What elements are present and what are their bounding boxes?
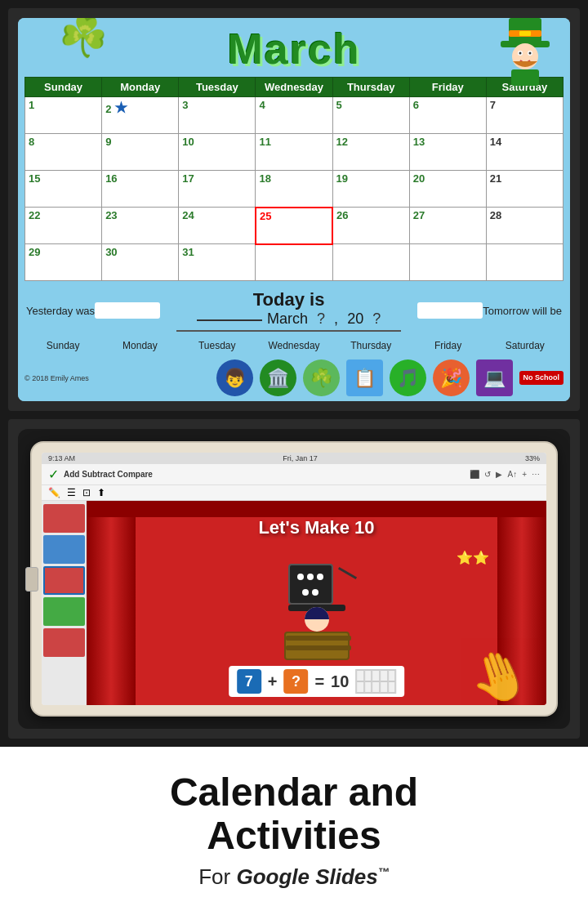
yesterday-label: Yesterday was <box>26 305 95 317</box>
calendar-cell[interactable]: 15 <box>25 171 102 208</box>
calendar-cell[interactable] <box>332 244 409 281</box>
toolbar-btn-5[interactable]: + <box>522 470 527 479</box>
calendar-cell[interactable]: 6 <box>409 97 486 134</box>
toolbar-btn-2[interactable]: ↺ <box>484 470 491 479</box>
hat <box>288 564 333 605</box>
grid-cell <box>372 670 381 681</box>
pencil-icon[interactable]: ✏️ <box>48 487 60 498</box>
calendar-cell[interactable]: 23 <box>102 208 179 244</box>
trademark-symbol: ™ <box>378 865 390 878</box>
calendar-cell[interactable]: 27 <box>409 208 486 244</box>
calendar-cell[interactable]: 12 <box>332 134 409 171</box>
today-title: Today is <box>160 289 417 310</box>
calendar-cell[interactable]: 25 <box>256 208 332 244</box>
list-icon[interactable]: ☰ <box>67 487 76 498</box>
calendar-cell[interactable]: 20 <box>409 171 486 208</box>
calendar-cell[interactable]: 29 <box>25 244 102 281</box>
svg-rect-9 <box>511 69 539 86</box>
calendar-cell[interactable]: 16 <box>102 171 179 208</box>
slide-title: Let's Make 10 <box>258 517 374 538</box>
crop-icon[interactable]: ⊡ <box>82 487 91 498</box>
calendar-cell[interactable]: 17 <box>179 171 256 208</box>
calendar-cell[interactable]: 2★ <box>102 97 179 134</box>
grid-cell <box>364 670 372 681</box>
col-friday: Friday <box>409 78 486 97</box>
grid-cell <box>356 681 364 693</box>
star-marker: ★ <box>114 99 127 117</box>
grid-cell <box>388 670 396 681</box>
calendar-cell[interactable]: 18 <box>256 171 332 208</box>
num1-box[interactable]: 7 <box>237 669 261 694</box>
thumb-2[interactable] <box>43 535 85 564</box>
calendar-cell[interactable]: 19 <box>332 171 409 208</box>
calendar-cell[interactable]: 21 <box>486 171 563 208</box>
calendar-cell[interactable]: 22 <box>25 208 102 244</box>
calendar-cell[interactable]: 4 <box>256 97 332 134</box>
col-wednesday: Wednesday <box>256 78 332 97</box>
calendar-cell[interactable]: 13 <box>409 134 486 171</box>
calendar-cell[interactable]: 28 <box>486 208 563 244</box>
battery-display: 33% <box>525 454 540 462</box>
person-icon[interactable]: 👦 <box>216 359 253 396</box>
calendar-cell[interactable] <box>256 244 332 281</box>
tomorrow-input[interactable] <box>417 302 483 319</box>
magician-head <box>305 607 329 632</box>
calendar-cell[interactable]: 1 <box>25 97 102 134</box>
tablet-home-button[interactable] <box>25 567 38 592</box>
yesterday-input[interactable] <box>95 302 160 319</box>
toolbar-btn-1[interactable]: ⬛ <box>470 470 479 479</box>
day-wednesday: Wednesday <box>256 340 332 351</box>
computer-icon[interactable]: 💻 <box>476 359 513 396</box>
svg-rect-3 <box>519 31 531 36</box>
calendar-cell[interactable]: 8 <box>25 134 102 171</box>
dot <box>302 589 309 596</box>
unknown-box[interactable]: ? <box>283 669 308 694</box>
math-equation: 7 + ? = 10 <box>229 666 405 697</box>
building-icon[interactable]: 🏛️ <box>260 359 296 396</box>
top-section: ☘️ March <box>8 8 580 411</box>
calendar-cell[interactable]: 9 <box>102 134 179 171</box>
day-sunday: Sunday <box>24 340 101 351</box>
status-bar: 9:13 AM Fri, Jan 17 33% <box>42 453 546 464</box>
drum-band <box>286 636 351 641</box>
calendar-cell[interactable]: 14 <box>486 134 563 171</box>
clipboard-icon[interactable]: 📋 <box>346 359 383 396</box>
checkmark-icon: ✓ <box>48 467 59 482</box>
svg-point-8 <box>529 52 532 55</box>
calendar-cell[interactable] <box>486 244 563 281</box>
day-question: ? <box>313 310 329 328</box>
party-icon[interactable]: 🎉 <box>433 359 470 396</box>
music-icon[interactable]: 🎵 <box>390 359 426 396</box>
calendar-cell[interactable]: 24 <box>179 208 256 244</box>
thumb-5[interactable] <box>43 628 85 657</box>
magician-figure <box>284 564 350 660</box>
calendar-cell[interactable]: 11 <box>256 134 332 171</box>
toolbar-btn-4[interactable]: A↑ <box>507 470 517 479</box>
thumb-3[interactable] <box>43 566 85 595</box>
share-icon[interactable]: ⬆ <box>97 487 105 498</box>
shamrock-icon: ☘️ <box>59 18 108 60</box>
day-thursday: Thursday <box>332 340 409 351</box>
main-slide: Let's Make 10 ⭐⭐ <box>87 501 546 705</box>
today-date-line: March ? , 20 ? <box>176 310 401 332</box>
plus-operator: + <box>268 672 278 691</box>
toolbar-btn-3[interactable]: ▶ <box>496 470 502 479</box>
calendar-cell[interactable]: 26 <box>332 208 409 244</box>
dot <box>307 574 314 580</box>
thumb-4[interactable] <box>43 597 85 626</box>
shamrock-small-icon[interactable]: ☘️ <box>303 359 340 396</box>
curtain-top <box>87 501 546 517</box>
leprechaun-icon <box>488 18 562 87</box>
calendar-cell[interactable]: 31 <box>179 244 256 281</box>
tablet-photo-wrapper: 9:13 AM Fri, Jan 17 33% ✓ Add Subtract C… <box>18 429 570 729</box>
col-sunday: Sunday <box>25 78 102 97</box>
calendar-cell[interactable]: 10 <box>179 134 256 171</box>
calendar-cell[interactable]: 30 <box>102 244 179 281</box>
toolbar-btn-6[interactable]: ⋯ <box>532 470 540 479</box>
calendar-cell[interactable] <box>409 244 486 281</box>
calendar-cell[interactable]: 7 <box>486 97 563 134</box>
calendar-cell[interactable]: 5 <box>332 97 409 134</box>
calendar-cell[interactable]: 3 <box>179 97 256 134</box>
day-blank <box>197 319 262 321</box>
thumb-1[interactable] <box>43 504 85 533</box>
